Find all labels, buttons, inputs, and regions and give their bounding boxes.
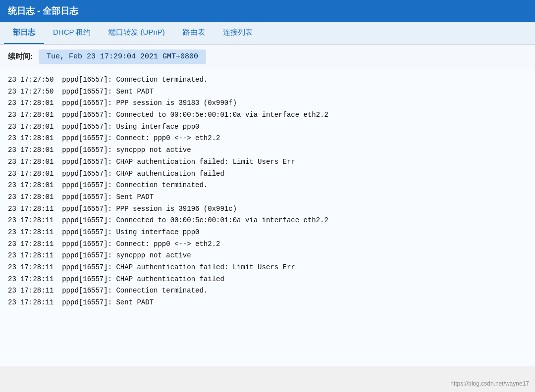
log-line: 23 17:28:01 pppd[16557]: Connected to 00… [8, 109, 527, 121]
log-line: 23 17:28:11 pppd[16557]: syncppp not act… [8, 250, 527, 262]
log-line: 23 17:28:11 pppd[16557]: Connection term… [8, 285, 527, 297]
title-text: 统日志 - 全部日志 [8, 6, 78, 16]
log-line: 23 17:28:01 pppd[16557]: CHAP authentica… [8, 156, 527, 168]
log-line: 23 17:28:11 pppd[16557]: Sent PADT [8, 297, 527, 309]
tab-route-table[interactable]: 路由表 [174, 22, 214, 44]
log-line: 23 17:28:11 pppd[16557]: PPP session is … [8, 203, 527, 215]
tab-bar: 部日志DHCP 租约端口转发 (UPnP)路由表连接列表 [0, 22, 535, 45]
log-line: 23 17:27:50 pppd[16557]: Sent PADT [8, 86, 527, 98]
log-line: 23 17:28:01 pppd[16557]: CHAP authentica… [8, 168, 527, 180]
log-line: 23 17:28:01 pppd[16557]: PPP session is … [8, 98, 527, 109]
filter-label: 续时间: [8, 52, 33, 61]
tab-connection-list[interactable]: 连接列表 [214, 22, 262, 44]
log-line: 23 17:27:50 pppd[16557]: Connection term… [8, 74, 527, 86]
log-container: 23 17:27:50 pppd[16557]: Connection term… [0, 69, 535, 366]
log-line: 23 17:28:11 pppd[16557]: Connected to 00… [8, 215, 527, 227]
log-line: 23 17:28:01 pppd[16557]: syncppp not act… [8, 145, 527, 156]
log-line: 23 17:28:11 pppd[16557]: Connect: ppp0 <… [8, 239, 527, 250]
tab-dhcp-lease[interactable]: DHCP 租约 [44, 22, 100, 44]
title-bar: 统日志 - 全部日志 [0, 0, 535, 22]
tab-port-forward[interactable]: 端口转发 (UPnP) [100, 22, 173, 44]
log-line: 23 17:28:01 pppd[16557]: Connect: ppp0 <… [8, 133, 527, 145]
log-line: 23 17:28:11 pppd[16557]: Using interface… [8, 227, 527, 239]
filter-value: Tue, Feb 23 17:29:04 2021 GMT+0800 [39, 49, 206, 64]
log-line: 23 17:28:11 pppd[16557]: CHAP authentica… [8, 262, 527, 274]
log-line: 23 17:28:01 pppd[16557]: Using interface… [8, 121, 527, 133]
filter-row: 续时间: Tue, Feb 23 17:29:04 2021 GMT+0800 [0, 45, 535, 69]
log-line: 23 17:28:01 pppd[16557]: Connection term… [8, 180, 527, 192]
tab-all-logs[interactable]: 部日志 [4, 22, 44, 44]
log-line: 23 17:28:01 pppd[16557]: Sent PADT [8, 192, 527, 203]
log-line: 23 17:28:11 pppd[16557]: CHAP authentica… [8, 274, 527, 286]
watermark: https://blog.csdn.net/wayne17 [450, 380, 529, 387]
